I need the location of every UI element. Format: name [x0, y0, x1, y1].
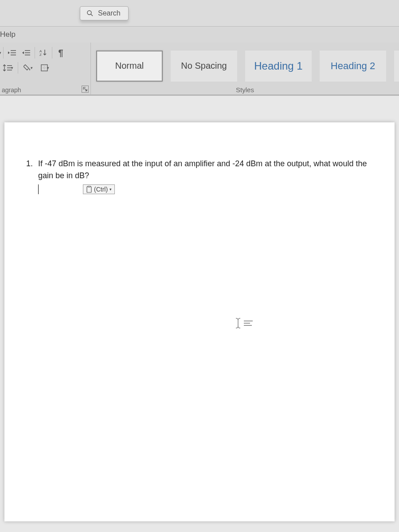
svg-point-0 [87, 11, 91, 15]
clipboard-icon [86, 186, 92, 193]
list-number: 1. [22, 158, 33, 182]
decrease-indent-button[interactable] [5, 46, 19, 59]
chevron-down-icon[interactable]: ▾ [0, 51, 1, 55]
menu-bar: Help [0, 27, 399, 43]
sort-button[interactable]: AZ [37, 46, 50, 59]
paste-tag-label: (Ctrl) [94, 186, 108, 193]
svg-line-1 [91, 14, 93, 16]
pilcrow-icon: ¶ [58, 48, 63, 58]
line-spacing-button[interactable]: ▾ [0, 61, 16, 74]
search-placeholder: Search [98, 9, 121, 17]
styles-group-label: Styles [91, 86, 399, 94]
paragraph-group-label: agraph [0, 86, 90, 94]
separator [52, 47, 52, 59]
decrease-indent-icon [8, 49, 16, 56]
paragraph-dialog-launcher[interactable] [82, 86, 89, 93]
style-label: No Spacing [181, 61, 227, 71]
styles-group: Normal No Spacing Heading 1 Heading 2 Ti… [91, 43, 399, 94]
document-page[interactable]: 1. If -47 dBm is measured at the input o… [4, 122, 395, 521]
chevron-down-icon: ▾ [47, 66, 49, 70]
separator [35, 47, 35, 59]
ribbon: ▾ AZ ¶ [0, 43, 399, 96]
floating-cursor-indicator [235, 317, 253, 329]
separator [18, 62, 18, 74]
style-label: Heading 1 [254, 60, 302, 72]
borders-button[interactable]: ▾ [37, 61, 53, 74]
style-normal[interactable]: Normal [96, 51, 163, 82]
svg-rect-16 [87, 187, 91, 192]
svg-rect-13 [41, 65, 47, 71]
paste-options-tag[interactable]: (Ctrl) ▾ [83, 184, 115, 194]
search-icon [86, 10, 94, 17]
style-label: Heading 2 [331, 60, 375, 72]
svg-text:Z: Z [39, 53, 42, 57]
align-lines-icon [244, 320, 253, 326]
shading-button[interactable]: ▾ [20, 61, 36, 74]
show-marks-button[interactable]: ¶ [54, 46, 67, 59]
chevron-down-icon: ▾ [11, 66, 13, 70]
text-cursor-icon [38, 184, 39, 194]
cursor-line: (Ctrl) ▾ [38, 184, 381, 194]
sort-icon: AZ [39, 49, 47, 57]
style-label: Normal [115, 61, 144, 71]
separator [3, 47, 4, 59]
style-no-spacing[interactable]: No Spacing [171, 51, 237, 82]
style-heading-2[interactable]: Heading 2 [320, 51, 386, 82]
search-box[interactable]: Search [80, 6, 129, 20]
document-area: 1. If -47 dBm is measured at the input o… [0, 96, 399, 532]
chevron-down-icon: ▾ [31, 66, 33, 70]
increase-indent-button[interactable] [20, 46, 33, 59]
style-heading-1[interactable]: Heading 1 [245, 51, 312, 82]
increase-indent-icon [22, 49, 30, 56]
list-item: 1. If -47 dBm is measured at the input o… [22, 158, 381, 182]
chevron-down-icon: ▾ [110, 187, 112, 192]
title-bar: Search [0, 0, 399, 27]
paragraph-group: ▾ AZ ¶ [0, 43, 91, 94]
menu-help[interactable]: Help [0, 30, 16, 39]
question-text: If -47 dBm is measured at the input of a… [38, 158, 381, 182]
style-title[interactable]: Titl [394, 51, 399, 82]
text-cursor-icon [235, 317, 241, 329]
line-spacing-icon [3, 64, 12, 72]
svg-rect-17 [88, 186, 90, 187]
